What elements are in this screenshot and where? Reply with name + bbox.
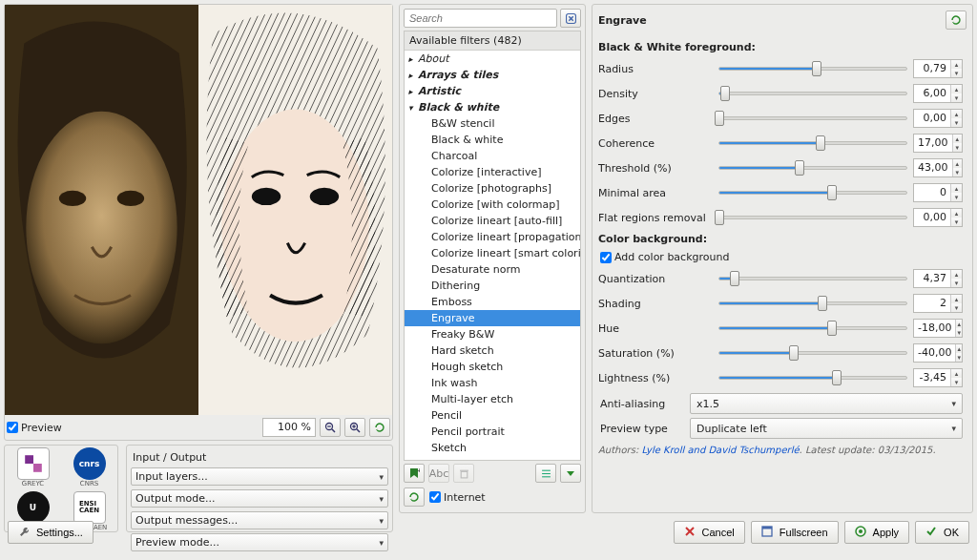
combo-label: Preview type xyxy=(598,423,684,435)
logo-cnrs: cnrs CNRS xyxy=(63,447,115,487)
authors-note: Authors: Lyle Kroll and David Tschumperl… xyxy=(598,445,963,455)
io-select-1[interactable]: Output mode... xyxy=(131,489,388,508)
io-select-0[interactable]: Input layers... xyxy=(131,467,388,486)
filter-category[interactable]: ▸About xyxy=(405,51,580,67)
param-slider[interactable] xyxy=(718,160,907,176)
filter-category[interactable]: ▸Arrays & tiles xyxy=(405,67,580,83)
filter-item[interactable]: Black & white xyxy=(405,132,580,148)
filter-item[interactable]: Colorize [photographs] xyxy=(405,180,580,197)
collapse-all-icon[interactable] xyxy=(560,464,581,483)
add-bg-checkbox[interactable]: Add color background xyxy=(600,251,729,263)
filter-item[interactable]: Sketch xyxy=(405,440,580,456)
filter-item[interactable]: Ink wash xyxy=(405,375,580,391)
group1-title: Black & White foreground: xyxy=(598,41,963,53)
rename-filter-icon[interactable]: Abc xyxy=(428,464,449,483)
combo-preview type[interactable]: Duplicate left xyxy=(690,418,963,439)
settings-button[interactable]: Settings... xyxy=(8,521,94,544)
param-spinbox[interactable]: 43,00▴▾ xyxy=(913,158,963,177)
preview-area[interactable]: Before After xyxy=(5,5,392,415)
refresh-filters-icon[interactable] xyxy=(404,487,425,507)
filter-item[interactable]: Pencil portrait xyxy=(405,424,580,440)
filter-item[interactable]: Colorize [interactive] xyxy=(405,164,580,180)
cancel-icon xyxy=(684,526,697,539)
param-label: Shading xyxy=(598,298,713,310)
svg-point-2 xyxy=(59,191,86,206)
filter-item[interactable]: Desaturate norm xyxy=(405,261,580,278)
zoom-in-icon[interactable] xyxy=(344,418,365,437)
zoom-out-icon[interactable] xyxy=(320,418,341,437)
internet-checkbox[interactable]: Internet xyxy=(429,491,486,504)
param-slider[interactable] xyxy=(718,345,907,361)
param-slider[interactable] xyxy=(718,271,907,286)
zoom-field[interactable]: 100 % xyxy=(262,418,316,437)
preview-before: Before xyxy=(5,5,198,415)
filter-item[interactable]: Colorize lineart [auto-fill] xyxy=(405,213,580,229)
param-spinbox[interactable]: -40,00▴▾ xyxy=(913,343,963,363)
add-fav-icon[interactable]: + xyxy=(404,464,425,483)
combo-anti-aliasing[interactable]: x1.5 xyxy=(690,393,963,414)
param-spinbox[interactable]: 6,00▴▾ xyxy=(913,84,963,103)
filter-item[interactable]: Multi-layer etch xyxy=(405,391,580,407)
param-spinbox[interactable]: 0,00▴▾ xyxy=(913,208,963,227)
expand-all-icon[interactable] xyxy=(535,464,556,483)
param-slider[interactable] xyxy=(718,135,907,151)
svg-point-1 xyxy=(26,112,177,344)
param-spinbox[interactable]: 2▴▾ xyxy=(913,294,963,313)
param-slider[interactable] xyxy=(718,321,907,336)
param-slider[interactable] xyxy=(718,86,907,101)
param-spinbox[interactable]: 0,79▴▾ xyxy=(913,59,963,78)
svg-point-8 xyxy=(252,188,281,205)
apply-button[interactable]: Apply xyxy=(844,521,910,544)
apply-icon xyxy=(855,526,868,539)
svg-point-31 xyxy=(859,529,863,533)
param-spinbox[interactable]: 0,00▴▾ xyxy=(913,109,963,128)
param-slider[interactable] xyxy=(718,210,907,225)
param-slider[interactable] xyxy=(718,61,907,76)
filter-item[interactable]: B&W stencil xyxy=(405,115,580,132)
io-select-3[interactable]: Preview mode... xyxy=(131,533,388,551)
svg-rect-29 xyxy=(762,527,772,529)
param-slider[interactable] xyxy=(718,185,907,200)
param-slider[interactable] xyxy=(718,111,907,126)
ok-button[interactable]: OK xyxy=(915,521,969,544)
filter-item[interactable]: Engrave xyxy=(405,310,580,326)
param-spinbox[interactable]: -3,45▴▾ xyxy=(913,368,963,387)
filter-item[interactable]: Dithering xyxy=(405,278,580,294)
filter-category[interactable]: ▸Artistic xyxy=(405,83,580,99)
delete-filter-icon[interactable] xyxy=(453,464,474,483)
filter-item[interactable]: Freaky B&W xyxy=(405,326,580,342)
refresh-preview-icon[interactable] xyxy=(369,418,390,437)
param-slider[interactable] xyxy=(718,296,907,311)
param-label: Lightness (%) xyxy=(598,372,713,384)
filter-category[interactable]: ▾Black & white xyxy=(405,99,580,115)
io-title: Input / Output xyxy=(133,451,388,464)
filter-item[interactable]: Emboss xyxy=(405,294,580,310)
cancel-button[interactable]: Cancel xyxy=(674,521,745,544)
filter-item[interactable]: Hard sketch xyxy=(405,342,580,359)
filters-header: Available filters (482) xyxy=(405,31,580,51)
filter-item[interactable]: Colorize lineart [propagation] xyxy=(405,229,580,245)
preview-after: After xyxy=(198,5,392,415)
param-spinbox[interactable]: 4,37▴▾ xyxy=(913,269,963,288)
filter-item[interactable]: Pencil xyxy=(405,407,580,424)
filter-title: Engrave xyxy=(598,14,647,27)
param-slider[interactable] xyxy=(718,370,907,385)
svg-text:+: + xyxy=(417,467,420,473)
filter-item[interactable]: Colorize [with colormap] xyxy=(405,197,580,213)
refresh-params-icon[interactable] xyxy=(946,10,967,30)
filter-tree[interactable]: Available filters (482) ▸About▸Arrays & … xyxy=(404,31,581,461)
filter-item[interactable]: Charcoal xyxy=(405,148,580,164)
clear-search-icon[interactable] xyxy=(560,9,581,28)
param-spinbox[interactable]: 17,00▴▾ xyxy=(913,134,963,153)
io-select-2[interactable]: Output messages... xyxy=(131,511,388,529)
filter-item[interactable]: Hough sketch xyxy=(405,359,580,375)
search-input[interactable] xyxy=(404,9,557,28)
param-spinbox[interactable]: -18,00▴▾ xyxy=(913,319,963,338)
svg-rect-21 xyxy=(461,471,468,478)
filter-item[interactable]: Colorize lineart [smart coloring] xyxy=(405,245,580,261)
param-spinbox[interactable]: 0▴▾ xyxy=(913,183,963,202)
param-label: Hue xyxy=(598,322,713,335)
fullscreen-button[interactable]: Fullscreen xyxy=(751,521,839,544)
fullscreen-icon xyxy=(761,526,775,539)
preview-checkbox[interactable]: Preview xyxy=(7,422,62,434)
